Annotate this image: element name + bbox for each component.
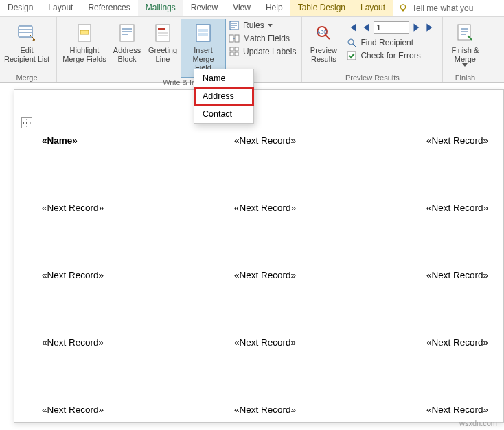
svg-rect-27: [347, 52, 356, 60]
group-label-merge: Merge: [0, 73, 54, 82]
highlight-icon: [73, 22, 95, 44]
preview-results-button[interactable]: ABC Preview Results: [305, 19, 342, 73]
rules-button[interactable]: Rules: [229, 20, 296, 31]
label-cell[interactable]: «Next Record»: [420, 333, 504, 400]
tab-view[interactable]: View: [225, 0, 258, 16]
svg-rect-16: [198, 33, 208, 36]
edit-recipient-list-button[interactable]: Edit Recipient List: [0, 19, 54, 73]
svg-rect-19: [235, 35, 239, 42]
label-cell[interactable]: «Next Record»: [35, 400, 227, 430]
chevron-down-icon: [268, 24, 273, 27]
check-errors-icon: [346, 50, 357, 61]
preview-results-icon: ABC: [312, 22, 334, 44]
update-labels-label: Update Labels: [243, 47, 296, 56]
label-cell[interactable]: «Name»: [35, 131, 227, 199]
label-cell[interactable]: «Next Record»: [420, 131, 504, 199]
record-navigator: [346, 20, 437, 35]
svg-rect-23: [235, 52, 238, 56]
greeting-line-icon: [152, 22, 174, 44]
finish-merge-icon: [454, 22, 476, 44]
label-cell[interactable]: «Next Record»: [227, 199, 420, 266]
table-move-handle[interactable]: [21, 117, 32, 128]
label-table: «Name» «Next Record» «Next Record» «Next…: [35, 131, 503, 430]
svg-rect-15: [198, 29, 208, 32]
dropdown-item-address[interactable]: Address: [194, 87, 253, 105]
tab-references[interactable]: References: [80, 0, 137, 16]
preview-results-label: Preview Results: [310, 46, 337, 63]
svg-text:ABC: ABC: [317, 30, 327, 34]
highlight-merge-fields-button[interactable]: Highlight Merge Fields: [60, 19, 109, 78]
finish-merge-button[interactable]: Finish & Merge: [446, 19, 484, 73]
first-record-button[interactable]: [346, 21, 358, 34]
greeting-label: Greeting Line: [148, 46, 177, 63]
label-cell[interactable]: «Next Record»: [227, 400, 420, 430]
record-number-input[interactable]: [374, 21, 409, 34]
tell-me-search[interactable]: Tell me what you: [393, 0, 479, 16]
tab-table-layout[interactable]: Layout: [353, 0, 393, 16]
dropdown-item-name[interactable]: Name: [194, 69, 253, 87]
check-errors-label: Check for Errors: [360, 51, 420, 60]
svg-point-0: [401, 5, 406, 10]
recipient-list-icon: [16, 22, 38, 44]
match-fields-label: Match Fields: [243, 34, 290, 43]
update-labels-button[interactable]: Update Labels: [229, 46, 296, 57]
tab-mailings[interactable]: Mailings: [138, 0, 183, 16]
match-fields-icon: [229, 33, 240, 44]
address-block-button[interactable]: Address Block: [109, 19, 145, 78]
svg-rect-21: [235, 47, 238, 51]
highlight-label: Highlight Merge Fields: [62, 46, 106, 63]
tab-table-design[interactable]: Table Design: [290, 0, 353, 16]
label-cell[interactable]: «Next Record»: [420, 266, 504, 333]
lightbulb-icon: [398, 3, 408, 13]
rules-icon: [229, 20, 240, 31]
group-label-preview: Preview Results: [305, 73, 439, 82]
edit-recipient-list-label: Edit Recipient List: [4, 46, 49, 63]
tab-design[interactable]: Design: [0, 0, 41, 16]
svg-rect-6: [120, 25, 134, 41]
ribbon-tabs: Design Layout References Mailings Review…: [0, 0, 504, 17]
check-errors-button[interactable]: Check for Errors: [346, 50, 437, 61]
last-record-button[interactable]: [424, 21, 437, 34]
insert-merge-field-dropdown: Name Address Contact: [194, 69, 254, 124]
tab-review[interactable]: Review: [183, 0, 225, 16]
insert-merge-field-icon: [192, 22, 214, 44]
rules-label: Rules: [243, 21, 264, 30]
label-cell[interactable]: «Next Record»: [35, 266, 227, 333]
match-fields-button[interactable]: Match Fields: [229, 33, 296, 44]
finish-merge-label: Finish & Merge: [452, 46, 479, 63]
find-recipient-icon: [346, 37, 357, 48]
svg-rect-22: [230, 52, 233, 56]
group-label-write: Write & In: [60, 78, 299, 87]
group-label-finish: Finish: [446, 73, 484, 82]
label-cell[interactable]: «Next Record»: [35, 199, 227, 266]
chevron-down-icon: [462, 63, 468, 67]
label-cell[interactable]: «Next Record»: [35, 333, 227, 400]
svg-rect-5: [80, 30, 89, 34]
label-cell[interactable]: «Next Record»: [420, 199, 504, 266]
update-labels-icon: [229, 46, 240, 57]
tab-layout[interactable]: Layout: [41, 0, 80, 16]
svg-point-26: [348, 39, 354, 45]
prev-record-button[interactable]: [360, 21, 372, 34]
tell-me-label: Tell me what you: [412, 3, 473, 13]
watermark: wsxdn.com: [459, 419, 497, 427]
dropdown-item-contact[interactable]: Contact: [194, 105, 253, 123]
label-cell[interactable]: «Next Record»: [227, 131, 420, 199]
address-block-label: Address Block: [113, 46, 141, 63]
tab-help[interactable]: Help: [258, 0, 290, 16]
greeting-line-button[interactable]: Greeting Line: [145, 19, 181, 78]
document-page[interactable]: «Name» «Next Record» «Next Record» «Next…: [14, 89, 504, 423]
next-record-button[interactable]: [411, 21, 423, 34]
merge-field-name: «Name»: [42, 135, 78, 146]
label-cell[interactable]: «Next Record»: [227, 266, 420, 333]
find-recipient-button[interactable]: Find Recipient: [346, 37, 437, 48]
label-cell[interactable]: «Next Record»: [227, 333, 420, 400]
find-recipient-label: Find Recipient: [360, 38, 413, 47]
svg-rect-18: [229, 35, 233, 42]
svg-rect-20: [230, 47, 233, 51]
address-block-icon: [116, 22, 138, 44]
